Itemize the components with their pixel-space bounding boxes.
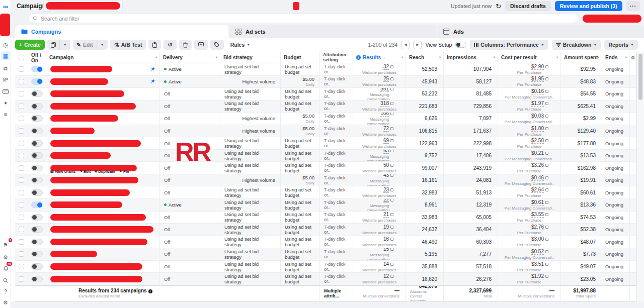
campaign-name-redaction[interactable] — [50, 66, 112, 72]
row-toggle[interactable] — [31, 276, 43, 282]
header-ends[interactable]: Ends▼ — [602, 52, 630, 63]
cost-value[interactable]: $3.26 — [531, 162, 544, 168]
cost-value[interactable]: $0.46 — [531, 175, 544, 181]
prev-page-button[interactable]: ◀ — [401, 41, 410, 49]
campaign-name-redaction[interactable] — [50, 214, 146, 221]
cost-value[interactable]: $0.21 — [531, 150, 544, 156]
row-checkbox[interactable] — [19, 202, 24, 208]
results-breakdown-icon[interactable] — [390, 275, 393, 278]
cost-breakdown-icon[interactable] — [545, 176, 548, 179]
row-toggle[interactable] — [31, 128, 43, 134]
notifications-bell-icon[interactable]: 46 — [0, 264, 11, 273]
row-toggle[interactable] — [31, 226, 43, 233]
row-toggle[interactable] — [31, 239, 43, 245]
select-all-checkbox[interactable] — [19, 55, 24, 60]
results-value[interactable]: 25 — [383, 76, 389, 82]
campaign-name-redaction[interactable] — [50, 115, 118, 122]
results-breakdown-icon[interactable] — [390, 199, 393, 201]
cost-value[interactable]: $1.95 — [531, 76, 544, 82]
results-value[interactable]: 16 — [383, 236, 389, 242]
cost-value[interactable]: $2.90 — [531, 64, 544, 70]
results-value[interactable]: 15 — [383, 248, 389, 252]
campaign-name-redaction[interactable] — [50, 226, 153, 233]
campaign-name-redaction[interactable] — [50, 152, 111, 159]
row-checkbox[interactable] — [19, 215, 24, 220]
discard-drafts-button[interactable]: Discard drafts — [505, 1, 551, 11]
results-value[interactable]: 351 — [380, 88, 389, 92]
campaign-name-redaction[interactable] — [50, 251, 97, 257]
row-toggle[interactable] — [31, 103, 43, 110]
duplicate-action[interactable]: ⧉Duplicate — [95, 169, 115, 174]
row-checkbox[interactable] — [19, 79, 24, 84]
scrollbar-thumb[interactable] — [638, 54, 642, 100]
tags-button[interactable] — [210, 40, 224, 50]
cost-breakdown-icon[interactable] — [545, 275, 548, 278]
results-breakdown-icon[interactable] — [390, 102, 393, 105]
results-breakdown-icon[interactable] — [390, 113, 393, 115]
campaign-name-redaction[interactable] — [50, 140, 141, 147]
view-setup-toggle[interactable] — [455, 42, 466, 48]
results-breakdown-icon[interactable] — [390, 248, 393, 251]
row-checkbox[interactable] — [19, 116, 24, 121]
edit-caret-button[interactable]: ▼ — [97, 40, 108, 50]
pin-action[interactable]: ➤Pin — [119, 169, 129, 174]
cost-breakdown-icon[interactable] — [545, 238, 548, 241]
results-breakdown-icon[interactable] — [390, 88, 393, 90]
cost-value[interactable]: $0.03 — [531, 113, 544, 119]
row-toggle[interactable] — [31, 152, 43, 159]
row-toggle[interactable] — [31, 214, 43, 221]
settings-gear-icon[interactable]: ⚙ — [0, 253, 11, 262]
alerts-flag-icon[interactable]: ⚑ 1 — [0, 240, 11, 249]
campaign-name-redaction[interactable] — [50, 128, 95, 134]
cost-breakdown-icon[interactable] — [545, 250, 548, 253]
search-sidebar-icon[interactable] — [0, 276, 11, 285]
row-checkbox[interactable] — [19, 177, 24, 183]
results-breakdown-icon[interactable] — [390, 65, 393, 68]
row-toggle[interactable] — [31, 189, 43, 196]
results-breakdown-icon[interactable] — [390, 238, 393, 241]
header-attribution[interactable]: Attribution setting — [320, 52, 353, 63]
preferences-gear-icon[interactable]: ⚙ — [0, 298, 11, 307]
pin-icon[interactable] — [150, 79, 155, 84]
rules-button[interactable]: Rules ▼ — [226, 40, 255, 50]
cost-breakdown-icon[interactable] — [545, 90, 548, 93]
cost-value[interactable]: $0.16 — [531, 88, 544, 94]
row-toggle[interactable] — [31, 263, 43, 270]
results-value[interactable]: 32 — [383, 64, 389, 70]
campaign-name-redaction[interactable] — [50, 276, 142, 282]
tab-ads[interactable]: Ads — [437, 25, 644, 38]
row-checkbox[interactable] — [19, 251, 24, 257]
vertical-scrollbar[interactable] — [636, 52, 644, 301]
results-value[interactable]: 318 — [380, 100, 389, 107]
review-publish-button[interactable]: Review and publish (3) — [555, 1, 622, 11]
help-icon[interactable]: ? — [0, 287, 11, 296]
edit-button[interactable]: ✎ Edit — [73, 40, 97, 50]
row-toggle[interactable] — [31, 251, 43, 257]
results-breakdown-icon[interactable] — [390, 263, 393, 266]
results-value[interactable]: 19 — [383, 224, 389, 230]
campaign-name-redaction[interactable] — [50, 189, 130, 196]
row-toggle[interactable] — [31, 90, 43, 97]
billing-icon[interactable] — [0, 87, 11, 96]
cost-breakdown-icon[interactable] — [545, 188, 548, 191]
search-input[interactable] — [41, 16, 574, 22]
recent-clock-icon[interactable]: ◷ — [0, 40, 11, 49]
revert-button[interactable]: ↺ — [164, 40, 176, 50]
all-tools-menu-icon[interactable]: ≡ — [0, 110, 11, 119]
row-checkbox[interactable] — [19, 104, 24, 109]
cost-breakdown-icon[interactable] — [545, 102, 548, 105]
results-breakdown-icon[interactable] — [390, 213, 393, 216]
row-toggle[interactable] — [31, 140, 43, 147]
row-checkbox[interactable] — [19, 276, 24, 282]
results-value[interactable]: 14 — [383, 261, 389, 267]
row-checkbox[interactable] — [19, 66, 24, 72]
cost-breakdown-icon[interactable] — [545, 115, 548, 118]
row-toggle[interactable] — [31, 66, 43, 72]
cost-breakdown-icon[interactable] — [545, 152, 548, 155]
results-value[interactable]: 63 — [383, 150, 389, 154]
duplicate-caret-button[interactable]: ▼ — [59, 40, 70, 50]
export-button[interactable] — [194, 40, 208, 50]
settings-star-icon[interactable]: ✦ — [0, 98, 11, 108]
duplicate-button[interactable] — [47, 40, 59, 50]
campaign-name-redaction[interactable] — [50, 263, 142, 270]
